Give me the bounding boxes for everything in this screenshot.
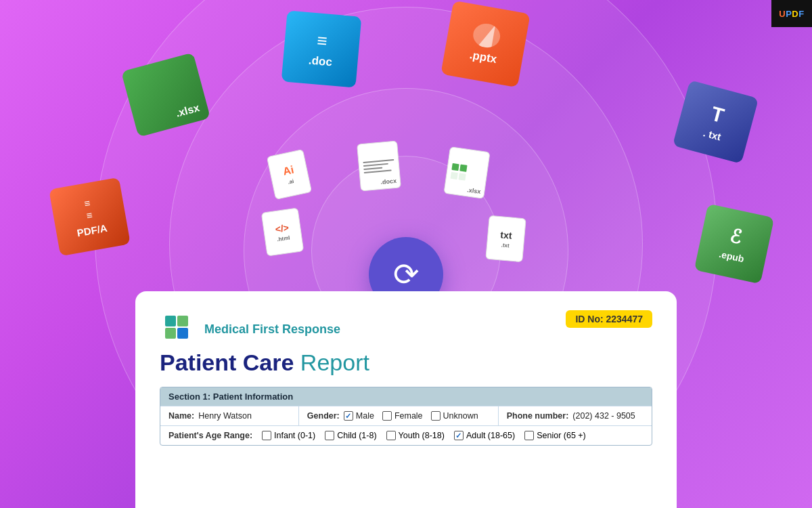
gender-male: Male (344, 411, 374, 421)
age-youth: Youth (8-18) (386, 431, 445, 440)
gender-female: Female (382, 411, 423, 421)
age-label: Patient's Age Range: (168, 431, 252, 440)
senior-label: Senior (65 +) (537, 431, 586, 440)
patient-info-section: Section 1: Patient Information Name: Hen… (160, 387, 652, 446)
title-main: Patient Care (160, 350, 300, 375)
gender-options: Male Female Unknown (344, 411, 478, 421)
phone-cell: Phone number: (202) 432 - 9505 (499, 406, 652, 425)
title-report: Report (300, 350, 369, 375)
female-label: Female (394, 411, 423, 421)
female-checkbox (382, 411, 392, 421)
file-icon-html-small: </> .html (261, 207, 304, 256)
file-icon-pptx-big: .pptx (441, 1, 530, 87)
report-title: Patient Care Report (160, 350, 652, 376)
file-icon-doc-big: ≡ .doc (281, 10, 362, 87)
age-range-row: Patient's Age Range: Infant (0-1) Child … (160, 425, 652, 445)
senior-checkbox (524, 431, 534, 440)
medical-cross-logo (160, 310, 195, 345)
file-icon-docx-small: .docx (357, 141, 401, 192)
org-name: Medical First Response (204, 322, 340, 337)
phone-value: (202) 432 - 9505 (572, 411, 635, 421)
infant-checkbox (262, 431, 271, 440)
svg-rect-2 (165, 328, 176, 339)
adult-checkbox (454, 431, 464, 440)
doc-header: Medical First Response ID No: 2234477 (160, 310, 652, 345)
name-value: Henry Watson (198, 411, 252, 421)
id-badge: ID No: 2234477 (566, 310, 652, 328)
youth-checkbox (386, 431, 396, 440)
age-adult: Adult (18-65) (454, 431, 515, 440)
file-icon-txt-small: txt .txt (485, 215, 526, 263)
file-icon-xlsx-small: .xlsx (443, 146, 490, 199)
svg-rect-0 (165, 316, 176, 326)
svg-rect-3 (177, 328, 188, 339)
sync-icon: ⟳ (393, 256, 420, 293)
infant-label: Infant (0-1) (274, 431, 315, 440)
child-label: Child (1-8) (337, 431, 376, 440)
document-panel: Medical First Response ID No: 2234477 Pa… (135, 291, 677, 508)
youth-label: Youth (8-18) (399, 431, 445, 440)
patient-name-row: Name: Henry Watson Gender: Male Female (160, 406, 652, 425)
adult-label: Adult (18-65) (466, 431, 515, 440)
svg-rect-1 (177, 316, 188, 326)
age-senior: Senior (65 +) (524, 431, 586, 440)
male-checkbox (344, 411, 353, 421)
updf-logo: UPDF (771, 0, 812, 27)
child-checkbox (325, 431, 334, 440)
file-icon-epub: ℰ .epub (694, 204, 775, 284)
gender-label: Gender: (307, 411, 340, 421)
file-icon-pdfa: ≡≡ PDF/A (49, 177, 131, 257)
age-child: Child (1-8) (325, 431, 376, 440)
gender-cell: Gender: Male Female Unknown (299, 406, 499, 425)
unknown-label: Unknown (443, 411, 478, 421)
male-label: Male (356, 411, 374, 421)
age-infant: Infant (0-1) (262, 431, 315, 440)
unknown-checkbox (431, 411, 441, 421)
name-cell: Name: Henry Watson (160, 406, 299, 425)
doc-logo-area: Medical First Response (160, 310, 340, 345)
gender-unknown: Unknown (431, 411, 478, 421)
phone-label: Phone number: (507, 411, 569, 421)
name-label: Name: (168, 411, 194, 421)
section-header: Section 1: Patient Information (160, 387, 652, 406)
